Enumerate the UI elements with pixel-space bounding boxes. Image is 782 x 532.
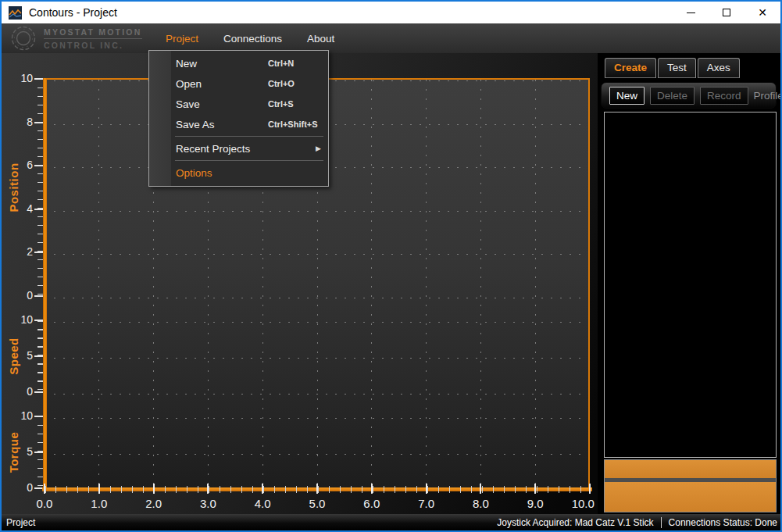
y-major-tick [34, 295, 43, 297]
x-tick-label: 7.0 [418, 497, 434, 510]
vertical-gridline [371, 80, 372, 488]
menu-row-open[interactable]: OpenCtrl+O [149, 73, 328, 94]
window-controls: ✕ [673, 2, 780, 23]
menu-shortcut: Ctrl+Shift+S [268, 120, 318, 129]
x-tick-label: 4.0 [255, 497, 271, 510]
gear-logo-icon [9, 25, 37, 52]
close-icon: ✕ [758, 7, 767, 18]
vertical-gridline [535, 80, 536, 488]
status-right: Joystick Acquired: Mad Catz V.1 Stick Co… [497, 517, 777, 528]
panel-tabs: CreateTestAxes [605, 58, 740, 78]
y-major-tick [34, 122, 43, 123]
brand-logo: MYOSTAT MOTION CONTROL INC. [9, 25, 152, 52]
vertical-gridline [98, 80, 99, 488]
y-major-tick [34, 78, 43, 80]
y-tick-label: 5 [5, 349, 33, 362]
y-tick-label: 6 [5, 159, 33, 171]
x-major-tick [589, 484, 591, 494]
horizontal-gridline [45, 298, 588, 298]
y-tick-label: 0 [5, 481, 33, 494]
x-major-tick [98, 484, 100, 494]
y-tick-label: 8 [5, 116, 33, 128]
minimize-button[interactable] [673, 2, 709, 23]
y-major-tick [34, 320, 43, 321]
x-major-tick [534, 484, 536, 494]
menu-label: Save [176, 98, 200, 110]
x-tick-label: 9.0 [527, 497, 544, 510]
menu-label: Recent Projects [176, 143, 250, 155]
menu-row-new[interactable]: NewCtrl+N [149, 53, 328, 73]
x-major-tick [207, 484, 209, 494]
x-tick-label: 8.0 [473, 497, 489, 510]
x-major-tick [44, 484, 45, 494]
x-major-tick [262, 484, 263, 494]
profiles-label: Profiles [754, 90, 782, 102]
tab-create[interactable]: Create [605, 58, 656, 78]
horizontal-gridline [45, 454, 588, 455]
menubar-items: ProjectConnectionsAbout [161, 30, 339, 48]
y-tick-label: 10 [5, 409, 33, 422]
new-button[interactable]: New [609, 87, 645, 105]
menu-row-options[interactable]: Options [149, 162, 328, 183]
menu-connections[interactable]: Connections [219, 30, 287, 48]
logo-line1: MYOSTAT MOTION [44, 27, 142, 37]
titlebar: Contours - Project ✕ [2, 2, 780, 23]
menu-shortcut: Ctrl+N [268, 59, 294, 68]
x-major-tick [371, 484, 373, 494]
menu-row-recent-projects[interactable]: Recent Projects▶ [149, 138, 328, 159]
y-major-tick [34, 416, 43, 417]
menu-row-save-as[interactable]: Save AsCtrl+Shift+S [149, 114, 328, 134]
profile-list[interactable] [604, 112, 777, 458]
tab-test[interactable]: Test [658, 58, 696, 78]
x-tick-label: 2.0 [145, 497, 162, 510]
record-button[interactable]: Record [700, 87, 748, 105]
right-panel: CreateTestAxes NewDeleteRecordProfiles [598, 53, 780, 514]
app-window: Contours - Project ✕ MYOSTAT MOTION CONT… [0, 0, 782, 532]
horizontal-gridline [45, 394, 588, 395]
horizontal-gridline [45, 254, 588, 255]
tab-axes[interactable]: Axes [698, 58, 740, 78]
orange-bar-bottom[interactable] [605, 482, 776, 512]
menu-label: New [176, 58, 197, 70]
close-button[interactable]: ✕ [745, 2, 780, 23]
project-menu-dropdown: NewCtrl+NOpenCtrl+OSaveCtrl+SSave AsCtrl… [148, 50, 329, 187]
orange-bar-top[interactable] [605, 460, 776, 478]
maximize-icon [723, 9, 730, 16]
maximize-button[interactable] [709, 2, 745, 23]
menu-label: Save As [176, 119, 215, 130]
menu-shortcut: Ctrl+S [268, 99, 294, 109]
status-joystick: Joystick Acquired: Mad Catz V.1 Stick [497, 517, 653, 528]
y-tick-label: 10 [5, 72, 33, 84]
panel-toolbar: NewDeleteRecordProfiles [601, 82, 777, 109]
menu-row-save[interactable]: SaveCtrl+S [149, 94, 328, 114]
horizontal-gridline [45, 358, 588, 359]
x-tick-label: 5.0 [309, 497, 326, 510]
x-tick-label: 3.0 [200, 497, 216, 510]
y-major-tick [34, 252, 43, 253]
window-title: Contours - Project [29, 6, 117, 19]
horizontal-gridline [45, 418, 588, 419]
delete-button[interactable]: Delete [650, 87, 695, 105]
app-icon [9, 6, 22, 20]
menu-project[interactable]: Project [161, 30, 203, 48]
status-separator [661, 517, 662, 528]
x-major-tick [316, 484, 318, 494]
menu-separator [175, 160, 323, 161]
y-major-tick [34, 391, 43, 393]
menu-separator [175, 136, 323, 137]
x-tick-label: 6.0 [363, 497, 380, 510]
x-major-tick [153, 484, 155, 494]
x-major-tick [480, 484, 481, 494]
menubar: MYOSTAT MOTION CONTROL INC. ProjectConne… [2, 23, 780, 53]
menu-about[interactable]: About [302, 30, 339, 48]
menu-label: Options [176, 167, 212, 179]
horizontal-gridline [45, 211, 588, 212]
logo-line2: CONTROL INC. [44, 41, 142, 50]
logo-divider [44, 38, 142, 39]
x-tick-label: 10.0 [572, 497, 595, 510]
y-tick-label: 2 [5, 245, 33, 258]
y-tick-label: 0 [5, 289, 33, 302]
x-tick-label: 0.0 [37, 497, 53, 510]
menu-shortcut: Ctrl+O [268, 79, 295, 88]
menu-label: Open [176, 78, 202, 90]
